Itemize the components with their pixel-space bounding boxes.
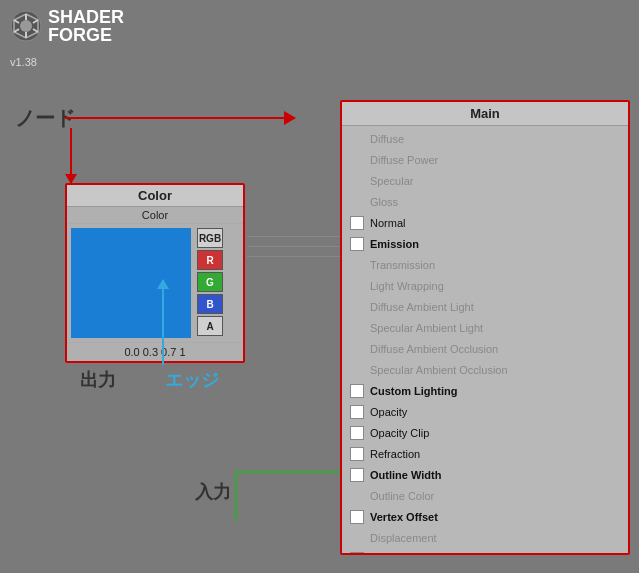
- panel-list: DiffuseDiffuse PowerSpecularGlossNormalE…: [342, 126, 628, 553]
- panel-item-label: Outline Color: [370, 490, 434, 502]
- version-label: v1.38: [10, 56, 37, 68]
- panel-item-label: Specular: [370, 175, 413, 187]
- a-button[interactable]: A: [197, 316, 223, 336]
- panel-checkbox[interactable]: [350, 510, 364, 524]
- panel-item-label: Emission: [370, 238, 419, 250]
- shader-forge-icon: [10, 10, 42, 42]
- panel-item-label: Opacity: [370, 406, 407, 418]
- arrow-to-main: [65, 117, 295, 119]
- panel-item[interactable]: Opacity Clip: [342, 422, 628, 443]
- panel-item: Diffuse: [342, 128, 628, 149]
- arrow-to-node: [70, 128, 72, 183]
- panel-item: Light Wrapping: [342, 275, 628, 296]
- panel-item-label: Gloss: [370, 196, 398, 208]
- panel-item[interactable]: Refraction: [342, 443, 628, 464]
- panel-item[interactable]: Custom Lighting: [342, 380, 628, 401]
- panel-item-label: Diffuse: [370, 133, 404, 145]
- node-title: Color: [67, 185, 243, 207]
- color-node: Color Color RGB R G B A 0.0 0.3 0.7 1: [65, 183, 245, 363]
- panel-item[interactable]: Tessellation: [342, 548, 628, 553]
- panel-item-label: Opacity Clip: [370, 427, 429, 439]
- panel-item-label: Light Wrapping: [370, 280, 444, 292]
- panel-item-label: Diffuse Power: [370, 154, 438, 166]
- panel-item-label: Diffuse Ambient Occlusion: [370, 343, 498, 355]
- panel-item: Diffuse Ambient Light: [342, 296, 628, 317]
- panel-item: Outline Color: [342, 485, 628, 506]
- panel-checkbox[interactable]: [350, 468, 364, 482]
- panel-item-label: Transmission: [370, 259, 435, 271]
- panel-item: Specular Ambient Light: [342, 317, 628, 338]
- panel-item: Transmission: [342, 254, 628, 275]
- header: SHADER FORGE: [0, 0, 639, 46]
- panel-checkbox[interactable]: [350, 426, 364, 440]
- color-swatch[interactable]: [71, 228, 191, 338]
- main-panel: Main DiffuseDiffuse PowerSpecularGlossNo…: [340, 100, 630, 555]
- b-button[interactable]: B: [197, 294, 223, 314]
- panel-item-label: Diffuse Ambient Light: [370, 301, 474, 313]
- panel-item: Displacement: [342, 527, 628, 548]
- panel-item[interactable]: Opacity: [342, 401, 628, 422]
- panel-item-label: Vertex Offset: [370, 511, 438, 523]
- r-button[interactable]: R: [197, 250, 223, 270]
- panel-item-label: Displacement: [370, 532, 437, 544]
- panel-checkbox[interactable]: [350, 552, 364, 554]
- logo-text: SHADER FORGE: [48, 8, 124, 44]
- panel-checkbox[interactable]: [350, 216, 364, 230]
- input-label: 入力: [195, 480, 231, 504]
- node-values: 0.0 0.3 0.7 1: [67, 342, 243, 361]
- rgb-button[interactable]: RGB: [197, 228, 223, 248]
- panel-item-label: Tessellation: [370, 553, 427, 554]
- panel-item-label: Outline Width: [370, 469, 441, 481]
- channel-buttons: RGB R G B A: [195, 224, 225, 342]
- input-arrow-v: [235, 471, 237, 521]
- node-subtitle: Color: [67, 207, 243, 224]
- connection-line-1: [247, 236, 342, 237]
- panel-item-label: Specular Ambient Occlusion: [370, 364, 508, 376]
- panel-checkbox[interactable]: [350, 447, 364, 461]
- panel-item[interactable]: Vertex Offset: [342, 506, 628, 527]
- panel-item-label: Custom Lighting: [370, 385, 457, 397]
- connection-line-2: [247, 246, 342, 247]
- panel-item[interactable]: Outline Width: [342, 464, 628, 485]
- panel-item-label: Normal: [370, 217, 405, 229]
- g-button[interactable]: G: [197, 272, 223, 292]
- output-label: 出力: [80, 368, 116, 392]
- panel-item-label: Specular Ambient Light: [370, 322, 483, 334]
- panel-item: Specular: [342, 170, 628, 191]
- connection-line-3: [247, 256, 342, 257]
- panel-title: Main: [342, 102, 628, 126]
- panel-item[interactable]: Normal: [342, 212, 628, 233]
- panel-item-label: Refraction: [370, 448, 420, 460]
- panel-checkbox[interactable]: [350, 405, 364, 419]
- panel-item[interactable]: Emission: [342, 233, 628, 254]
- edge-label: エッジ: [165, 368, 219, 392]
- input-arrow-h: [235, 471, 352, 473]
- svg-point-2: [20, 20, 32, 32]
- edge-arrow: [162, 280, 164, 365]
- panel-item: Diffuse Power: [342, 149, 628, 170]
- panel-item: Specular Ambient Occlusion: [342, 359, 628, 380]
- logo: SHADER FORGE: [10, 8, 124, 44]
- panel-item: Diffuse Ambient Occlusion: [342, 338, 628, 359]
- panel-checkbox[interactable]: [350, 237, 364, 251]
- node-body: RGB R G B A: [67, 224, 243, 342]
- panel-item: Gloss: [342, 191, 628, 212]
- panel-checkbox[interactable]: [350, 384, 364, 398]
